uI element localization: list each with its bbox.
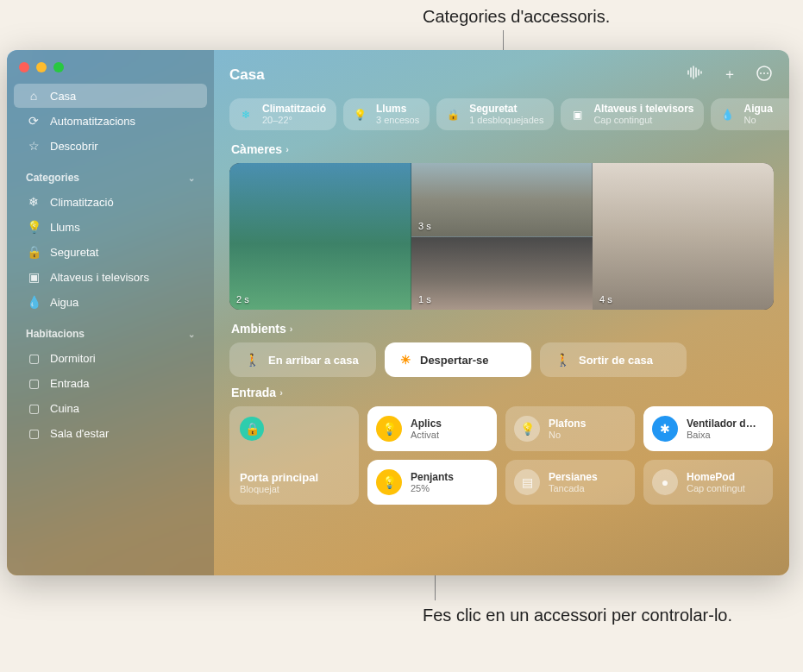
category-pill-water[interactable]: 💧 AiguaNo (711, 98, 789, 130)
accessory-fan[interactable]: ✱Ventilador d…Baixa (643, 406, 773, 451)
chevron-right-icon: › (285, 144, 289, 154)
pill-title: Climatització (262, 104, 326, 115)
sidebar-item-label: Seguretat (50, 246, 98, 259)
accessories-grid: 🔒 Porta principal Bloquejat 💡AplicsActiv… (229, 406, 774, 505)
sidebar-item-label: Entrada (50, 377, 90, 390)
sidebar-item-security[interactable]: 🔒Seguretat (14, 240, 207, 264)
category-pill-lights[interactable]: 💡 Llums3 encesos (343, 98, 430, 130)
star-icon: ☆ (26, 139, 41, 153)
section-cameras-header[interactable]: Càmeres› (231, 142, 774, 156)
close-icon[interactable] (19, 62, 29, 72)
minimize-icon[interactable] (36, 62, 47, 72)
svg-point-3 (767, 72, 768, 74)
accessory-subtitle: Tancada (549, 483, 598, 493)
camera-driveway[interactable]: 3 s (411, 163, 593, 237)
section-title: Entrada (231, 386, 276, 399)
camera-living[interactable]: 4 s (593, 163, 774, 310)
walk-icon: 🚶 (555, 353, 570, 367)
pill-subtitle: Cap contingut (593, 115, 693, 125)
section-scenes-header[interactable]: Ambients› (231, 322, 774, 336)
sidebar-item-label: Casa (50, 90, 76, 103)
sidebar-item-label: Altaveus i televisors (50, 271, 149, 284)
category-pill-speakers[interactable]: ▣ Altaveus i televisorsCap contingut (561, 98, 704, 130)
sidebar-item-automations[interactable]: ⟳ Automatitzacions (14, 109, 207, 133)
camera-bedroom[interactable]: 1 s (411, 237, 593, 311)
sidebar-item-water[interactable]: 💧Aigua (14, 290, 207, 314)
sidebar-item-livingroom[interactable]: ▢Sala d'estar (14, 421, 207, 445)
accessory-subtitle: Cap contingut (687, 483, 745, 493)
more-button[interactable] (755, 66, 774, 85)
sidebar-item-kitchen[interactable]: ▢Cuina (14, 396, 207, 420)
accessory-panels[interactable]: 💡PlafonsNo (505, 406, 635, 451)
water-icon: 💧 (26, 295, 41, 309)
sidebar-item-label: Automatitzacions (50, 115, 135, 128)
accessory-homepod[interactable]: ●HomePodCap contingut (643, 460, 773, 505)
lock-icon: 🔒 (240, 417, 264, 441)
home-icon: ⌂ (26, 89, 41, 103)
add-button[interactable]: ＋ (720, 66, 739, 85)
accessory-front-door[interactable]: 🔒 Porta principal Bloquejat (229, 406, 359, 505)
accessory-title: HomePod (687, 471, 745, 483)
sidebar-item-climate[interactable]: ❄Climatització (14, 190, 207, 214)
top-bar: Casa ＋ (229, 60, 774, 90)
svg-point-2 (763, 72, 765, 74)
sidebar-item-home[interactable]: ⌂ Casa (14, 84, 207, 108)
speaker-icon: ▣ (568, 105, 587, 124)
sidebar-item-lights[interactable]: 💡Llums (14, 215, 207, 239)
accessory-subtitle: No (549, 430, 586, 440)
scenes-row: 🚶En arribar a casa ☀Despertar-se 🚶Sortir… (229, 342, 774, 377)
light-icon: 💡 (350, 105, 369, 124)
scene-wake-up[interactable]: ☀Despertar-se (385, 342, 531, 377)
lock-icon: 🔒 (443, 105, 462, 124)
sidebar-section-categories[interactable]: Categories ⌄ (14, 166, 207, 189)
sidebar-item-label: Descobrir (50, 140, 98, 153)
scene-leave-home[interactable]: 🚶Sortir de casa (540, 342, 687, 377)
sidebar-section-rooms[interactable]: Habitacions ⌄ (14, 323, 207, 345)
scene-label: Despertar-se (420, 354, 489, 367)
sun-icon: ☀ (400, 353, 411, 367)
accessory-title: Ventilador d… (687, 418, 756, 430)
sidebar-item-label: Cuina (50, 402, 79, 415)
climate-icon: ❄ (236, 105, 255, 124)
accessory-pendants[interactable]: 💡Penjants25% (367, 460, 497, 505)
app-window: ⌂ Casa ⟳ Automatitzacions ☆ Descobrir Ca… (7, 50, 789, 575)
sidebar-item-speakers[interactable]: ▣Altaveus i televisors (14, 265, 207, 289)
sidebar-item-label: Llums (50, 221, 80, 234)
blinds-icon: ▤ (514, 469, 540, 495)
sidebar-item-label: Sala d'estar (50, 427, 109, 440)
fullscreen-icon[interactable] (53, 62, 64, 72)
accessory-wall-lights[interactable]: 💡AplicsActivat (367, 406, 497, 451)
pill-title: Altaveus i televisors (593, 104, 693, 115)
chevron-right-icon: › (279, 387, 283, 398)
accessory-subtitle: Baixa (687, 430, 756, 440)
light-icon: 💡 (26, 220, 41, 234)
accessory-title: Plafons (549, 418, 586, 430)
intercom-button[interactable] (686, 66, 705, 85)
scene-label: Sortir de casa (579, 354, 653, 367)
scene-label: En arribar a casa (268, 354, 359, 367)
sidebar-item-label: Dormitori (50, 352, 96, 365)
sidebar-item-discover[interactable]: ☆ Descobrir (14, 134, 207, 158)
camera-pool[interactable]: 2 s (229, 163, 411, 310)
walk-icon: 🚶 (245, 353, 260, 367)
annotation-top: Categories d'accessoris. (423, 5, 610, 28)
accessory-subtitle: Activat (411, 430, 442, 440)
chevron-down-icon: ⌄ (188, 330, 195, 339)
section-entrance-header[interactable]: Entrada› (231, 386, 774, 399)
tv-icon: ▣ (26, 270, 41, 284)
section-title: Habitacions (26, 328, 85, 340)
section-title: Categories (26, 172, 79, 184)
pill-title: Seguretat (469, 104, 543, 115)
scene-arrive-home[interactable]: 🚶En arribar a casa (229, 342, 376, 377)
category-pill-climate[interactable]: ❄ Climatització20–22° (229, 98, 336, 130)
sidebar-item-bedroom[interactable]: ▢Dormitori (14, 346, 207, 370)
window-controls (7, 59, 214, 83)
category-pill-security[interactable]: 🔒 Seguretat1 desbloquejades (436, 98, 554, 130)
pill-subtitle: 3 encesos (376, 115, 419, 125)
fan-icon: ✱ (652, 416, 678, 442)
sidebar-item-entrance[interactable]: ▢Entrada (14, 371, 207, 395)
pill-title: Aigua (743, 104, 772, 115)
accessory-blinds[interactable]: ▤PersianesTancada (505, 460, 635, 505)
pill-subtitle: No (743, 115, 772, 125)
accessory-subtitle: 25% (411, 483, 454, 493)
